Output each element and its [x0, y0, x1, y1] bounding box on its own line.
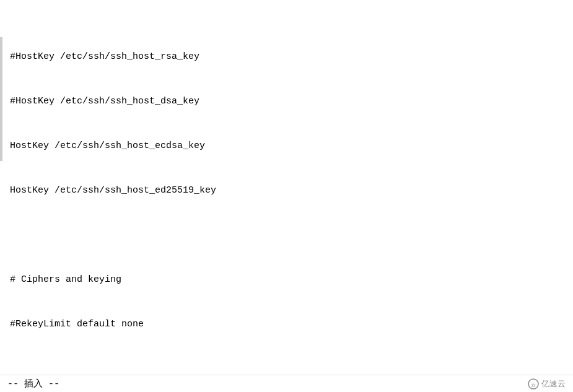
svg-text:云: 云 — [531, 382, 536, 388]
insert-mode-label: -- 插入 -- — [7, 378, 59, 390]
code-line-3: HostKey /etc/ssh/ssh_host_ecdsa_key — [7, 139, 573, 154]
editor-container: #HostKey /etc/ssh/ssh_host_rsa_key #Host… — [0, 0, 573, 392]
code-line-6: # Ciphers and keying — [7, 272, 573, 287]
code-line-4: HostKey /etc/ssh/ssh_host_ed25519_key — [7, 183, 573, 198]
code-line-7: #RekeyLimit default none — [7, 317, 573, 332]
code-line-2: #HostKey /etc/ssh/ssh_host_dsa_key — [7, 94, 573, 109]
watermark-icon: 云 — [528, 378, 539, 390]
watermark: 云 亿速云 — [528, 378, 566, 390]
logo-icon: 云 — [528, 378, 539, 390]
watermark-text: 亿速云 — [541, 378, 566, 390]
code-line-5 — [7, 228, 573, 243]
bottom-bar: -- 插入 -- 云 亿速云 — [0, 375, 573, 392]
code-area[interactable]: #HostKey /etc/ssh/ssh_host_rsa_key #Host… — [0, 0, 573, 392]
code-line-1: #HostKey /etc/ssh/ssh_host_rsa_key — [7, 50, 573, 64]
